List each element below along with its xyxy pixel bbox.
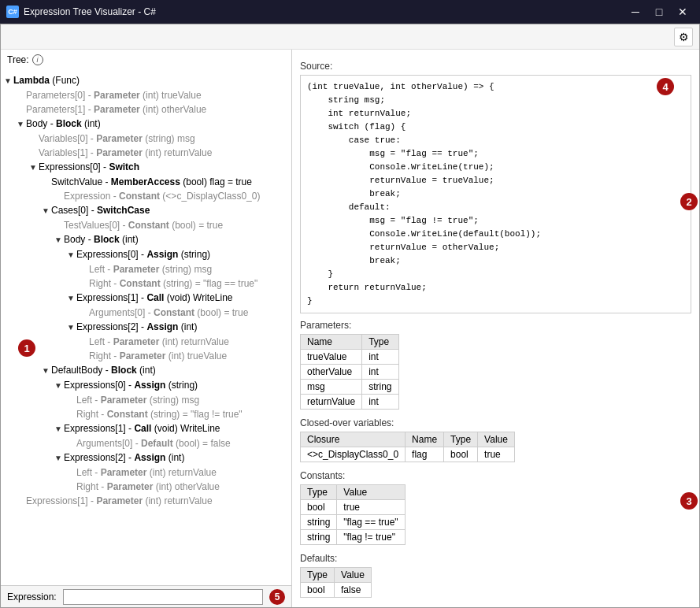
info-icon[interactable]: i (32, 54, 43, 65)
settings-button[interactable]: ⚙ (674, 28, 693, 46)
window-title: Expression Tree Visualizer - C# (24, 6, 156, 17)
tree-node-text: Expression - Constant (<>c_DisplayClass0… (64, 191, 260, 202)
minimize-button[interactable]: ─ (624, 4, 646, 20)
tree-arrow: ▼ (42, 204, 51, 218)
tree-node[interactable]: Right - Constant (string) = "flag == tru… (1, 276, 291, 291)
tree-node[interactable]: ▼Expressions[0] - Switch (1, 160, 291, 175)
table-cell: flag (406, 447, 444, 462)
tree-node[interactable]: ▼Body - Block (int) (1, 232, 291, 247)
tree-node[interactable]: SwitchValue - MemberAccess (bool) flag =… (1, 175, 291, 189)
table-row: msgstring (301, 380, 399, 395)
tree-node[interactable]: ▼DefaultBody - Block (int) (1, 363, 291, 378)
tree-arrow: ▼ (54, 233, 64, 247)
tree-node[interactable]: Right - Parameter (int) otherValue (1, 480, 291, 494)
tree-arrow: ▼ (54, 379, 64, 393)
tree-node[interactable]: Arguments[0] - Default (bool) = false (1, 436, 291, 450)
closed-label: Closed-over variables: (300, 417, 691, 428)
table-header: Type (301, 485, 337, 500)
table-cell: returnValue (301, 395, 362, 410)
table-row: trueValueint (301, 350, 399, 365)
table-cell: string (362, 380, 398, 395)
tree-node[interactable]: Left - Parameter (int) returnValue (1, 335, 291, 349)
tree-node-text: Parameters[0] - Parameter (int) trueValu… (26, 90, 202, 101)
table-cell: string (301, 530, 337, 545)
table-row: returnValueint (301, 395, 399, 410)
constants-label: Constants: (300, 470, 691, 481)
tree-node[interactable]: ▼Cases[0] - SwitchCase (1, 203, 291, 218)
tree-node-text: Expressions[0] - Assign (string) (64, 380, 198, 391)
table-cell: bool (301, 500, 337, 515)
tree-node[interactable]: Arguments[0] - Constant (bool) = true (1, 306, 291, 320)
tree-node-text: Arguments[0] - Default (bool) = false (76, 438, 231, 449)
tree-arrow: ▼ (54, 451, 64, 465)
tree-node[interactable]: Right - Parameter (int) trueValue (1, 349, 291, 363)
table-row: <>c_DisplayClass0_0flagbooltrue (301, 447, 515, 462)
tree-node[interactable]: TestValues[0] - Constant (bool) = true (1, 218, 291, 232)
tree-node-text: Expressions[2] - Assign (int) (64, 452, 184, 463)
tree-node-text: Expressions[1] - Call (void) WriteLine (64, 423, 220, 434)
tree-node-text: Expressions[1] - Call (void) WriteLine (76, 292, 233, 303)
table-row: string"flag != true" (301, 530, 406, 545)
table-cell: <>c_DisplayClass0_0 (301, 447, 406, 462)
tree-node-text: Lambda (Func) (13, 75, 80, 86)
tree-node[interactable]: ▼Expressions[2] - Assign (int) (1, 320, 291, 335)
badge-5: 5 (269, 589, 285, 605)
tree-node[interactable]: ▼Lambda (Func) (1, 73, 291, 88)
table-cell: int (362, 350, 398, 365)
maximize-button[interactable]: □ (648, 4, 670, 20)
tree-node[interactable]: Expressions[1] - Parameter (int) returnV… (1, 494, 291, 508)
defaults-table: TypeValueboolfalse (300, 567, 372, 598)
tree-node[interactable]: Parameters[1] - Parameter (int) otherVal… (1, 102, 291, 117)
tree-node-text: Expressions[1] - Parameter (int) returnV… (26, 495, 213, 506)
table-header: Name (406, 432, 444, 447)
tree-node[interactable]: Variables[1] - Parameter (int) returnVal… (1, 146, 291, 160)
tree-node-text: Variables[1] - Parameter (int) returnVal… (39, 147, 212, 158)
tree-node[interactable]: ▼Expressions[1] - Call (void) WriteLine (1, 421, 291, 436)
tree-node-text: Expressions[2] - Assign (int) (76, 321, 197, 332)
table-cell: bool (301, 583, 335, 598)
tree-node-text: Parameters[1] - Parameter (int) otherVal… (26, 104, 206, 115)
tree-node[interactable]: ▼Expressions[0] - Assign (string) (1, 247, 291, 262)
table-cell: int (362, 395, 398, 410)
table-cell: string (301, 515, 337, 530)
main-window: ⚙ 1 4 Tree: i ▼Lambda (Func) Parameters[… (0, 24, 700, 608)
badge-4: 4 (657, 78, 674, 95)
table-cell: msg (301, 380, 362, 395)
tree-container[interactable]: ▼Lambda (Func) Parameters[0] - Parameter… (1, 70, 291, 585)
tree-arrow: ▼ (67, 248, 76, 262)
table-cell: int (362, 365, 398, 380)
tree-node[interactable]: ▼Body - Block (int) (1, 117, 291, 132)
table-cell: "flag != true" (337, 530, 405, 545)
tree-label: Tree: (7, 54, 29, 65)
tree-arrow: ▼ (4, 74, 13, 88)
tree-node[interactable]: Left - Parameter (string) msg (1, 262, 291, 276)
tree-node-text: Expressions[0] - Assign (string) (76, 249, 210, 260)
title-bar: C# Expression Tree Visualizer - C# ─ □ ✕ (0, 0, 700, 24)
tree-node[interactable]: Parameters[0] - Parameter (int) trueValu… (1, 88, 291, 102)
tree-arrow: ▼ (54, 422, 64, 436)
expression-input[interactable] (63, 589, 263, 605)
tree-node[interactable]: Left - Parameter (int) returnValue (1, 465, 291, 480)
table-cell: true (478, 447, 515, 462)
tree-node[interactable]: Expression - Constant (<>c_DisplayClass0… (1, 189, 291, 203)
tree-node[interactable]: ▼Expressions[2] - Assign (int) (1, 450, 291, 465)
tree-node-text: Left - Parameter (string) msg (76, 395, 199, 406)
tree-node[interactable]: Variables[0] - Parameter (string) msg (1, 132, 291, 146)
tree-node[interactable]: Right - Constant (string) = "flag != tru… (1, 407, 291, 421)
tree-node-text: Body - Block (int) (26, 118, 101, 129)
tree-node[interactable]: ▼Expressions[0] - Assign (string) (1, 378, 291, 393)
window-controls[interactable]: ─ □ ✕ (624, 4, 694, 20)
table-header: Type (444, 432, 478, 447)
tree-arrow: ▼ (67, 291, 76, 306)
expression-bar: Expression: 5 (1, 585, 291, 607)
tree-arrow: ▼ (29, 161, 39, 175)
tree-node-text: TestValues[0] - Constant (bool) = true (64, 220, 223, 231)
close-button[interactable]: ✕ (672, 4, 694, 20)
right-panel[interactable]: 2 3 Source: (int trueValue, int otherVal… (292, 50, 699, 607)
tree-node[interactable]: Left - Parameter (string) msg (1, 393, 291, 407)
tree-node[interactable]: ▼Expressions[1] - Call (void) WriteLine (1, 291, 291, 306)
table-cell: false (335, 583, 372, 598)
tree-node-text: Left - Parameter (int) returnValue (89, 336, 229, 347)
tree-node-text: Right - Parameter (int) otherValue (76, 481, 220, 492)
parameters-label: Parameters: (300, 320, 691, 331)
